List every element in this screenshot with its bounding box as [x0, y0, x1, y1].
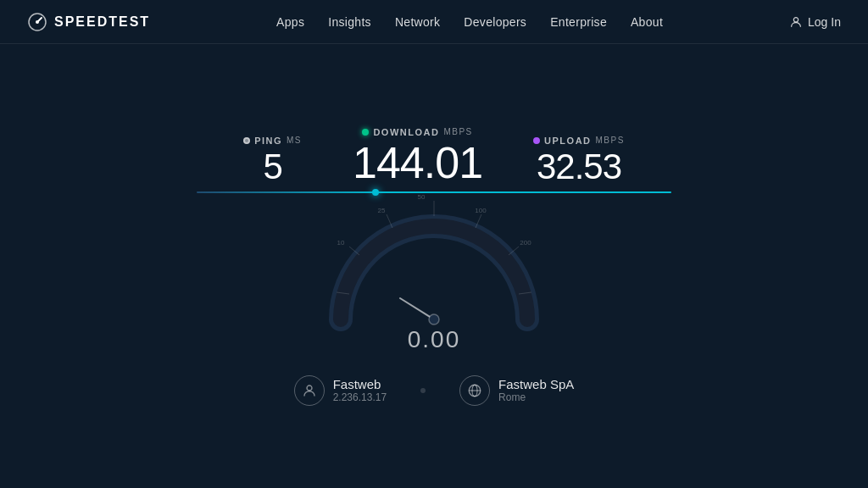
ping-indicator [243, 137, 250, 144]
server-info: Fastweb SpA Rome [459, 375, 574, 406]
speedometer: 50 100 200 25 10 0.00 [315, 192, 553, 362]
svg-line-15 [400, 298, 434, 319]
svg-point-2 [793, 17, 798, 21]
isp-name: Fastweb [333, 377, 387, 391]
upload-value: 32.53 [537, 149, 621, 185]
svg-text:25: 25 [378, 207, 386, 214]
login-label: Log In [808, 15, 841, 29]
globe-icon [467, 383, 482, 398]
main-content: PING ms 5 DOWNLOAD Mbps 144.01 UPLOAD Mb… [0, 44, 868, 488]
upload-stat: UPLOAD Mbps 32.53 [533, 136, 625, 185]
svg-text:200: 200 [520, 239, 531, 247]
svg-text:50: 50 [418, 193, 426, 201]
info-divider [420, 388, 426, 393]
navigation: SPEEDTEST Apps Insights Network Develope… [0, 0, 868, 44]
isp-icon [294, 375, 325, 406]
upload-label: UPLOAD Mbps [533, 136, 625, 146]
login-button[interactable]: Log In [789, 15, 841, 29]
nav-item-developers[interactable]: Developers [464, 14, 526, 30]
progress-indicator [372, 189, 379, 196]
upload-indicator [533, 137, 540, 144]
nav-item-about[interactable]: About [631, 14, 663, 30]
bottom-info: Fastweb 2.236.13.17 Fastweb SpA Rome [294, 375, 575, 406]
download-value: 144.01 [353, 141, 482, 185]
nav-links: Apps Insights Network Developers Enterpr… [276, 14, 663, 30]
isp-text: Fastweb 2.236.13.17 [333, 377, 387, 403]
svg-text:10: 10 [337, 239, 345, 247]
ping-label: PING ms [243, 136, 302, 146]
nav-item-insights[interactable]: Insights [328, 14, 371, 30]
nav-item-apps[interactable]: Apps [276, 14, 304, 30]
isp-ip: 2.236.13.17 [333, 391, 387, 403]
svg-text:100: 100 [475, 207, 487, 214]
server-text: Fastweb SpA Rome [498, 377, 574, 403]
current-speed-value: 0.00 [408, 326, 461, 353]
logo-text: SPEEDTEST [54, 14, 150, 30]
user-icon [789, 15, 803, 29]
progress-line-container [197, 191, 671, 194]
svg-point-1 [36, 20, 39, 24]
ping-stat: PING ms 5 [243, 136, 302, 185]
download-stat: DOWNLOAD Mbps 144.01 [353, 127, 482, 185]
logo: SPEEDTEST [27, 12, 150, 32]
speedtest-logo-icon [27, 12, 47, 32]
server-name: Fastweb SpA [498, 377, 574, 391]
progress-line [197, 191, 671, 193]
isp-info: Fastweb 2.236.13.17 [294, 375, 387, 406]
download-indicator [362, 129, 369, 136]
server-icon [459, 375, 490, 406]
person-icon [302, 383, 317, 398]
download-label: DOWNLOAD Mbps [362, 127, 472, 137]
svg-point-16 [429, 314, 439, 324]
stats-row: PING ms 5 DOWNLOAD Mbps 144.01 UPLOAD Mb… [243, 127, 625, 185]
svg-point-17 [307, 385, 312, 391]
ping-value: 5 [263, 149, 281, 185]
nav-item-enterprise[interactable]: Enterprise [550, 14, 607, 30]
nav-item-network[interactable]: Network [395, 14, 440, 30]
server-location: Rome [498, 391, 574, 403]
